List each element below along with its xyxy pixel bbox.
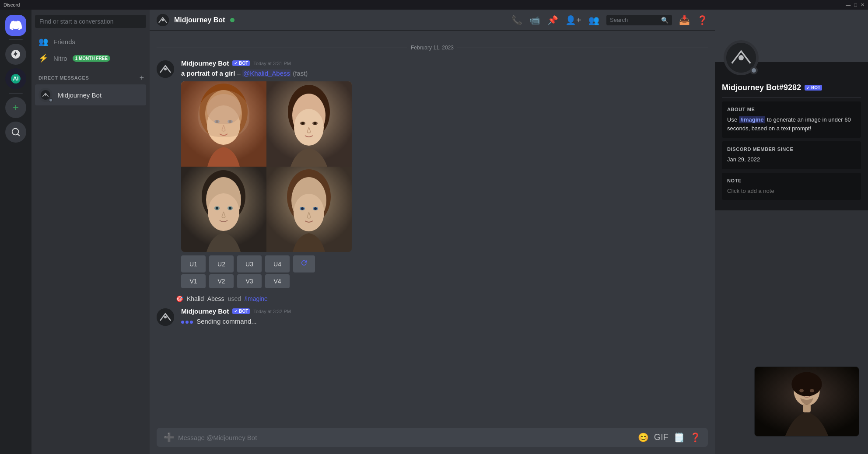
u2-button[interactable]: U2 [209, 255, 234, 272]
svg-point-4 [45, 94, 46, 95]
call-button[interactable]: 📞 [511, 15, 522, 25]
emoji-button[interactable]: 😊 [638, 432, 649, 443]
image-cell-3[interactable] [181, 167, 266, 252]
rail-divider [9, 39, 23, 40]
about-me-cmd: /imagine [739, 116, 766, 123]
svg-point-15 [216, 120, 218, 123]
discover-button[interactable] [5, 122, 26, 143]
note-title: NOTE [727, 178, 856, 183]
bot-badge: BOT [232, 60, 250, 66]
app-title: Discord [4, 2, 20, 7]
image-cell-2[interactable] [266, 81, 352, 167]
sending-dots [181, 321, 193, 324]
command-name: /imagine [245, 295, 268, 302]
chat-messages: February 11, 2023 Midjourney Bot BOT [150, 31, 715, 428]
u1-button[interactable]: U1 [181, 255, 206, 272]
profile-banner [715, 10, 868, 62]
sticker-button[interactable]: 🗒️ [674, 432, 685, 443]
gif-button[interactable]: GIF [654, 432, 668, 443]
minimize-btn[interactable]: — [846, 2, 850, 8]
svg-point-31 [216, 207, 218, 210]
svg-point-50 [810, 389, 814, 392]
video-button[interactable]: 📹 [529, 15, 540, 25]
chat-header: Midjourney Bot 📞 📹 📌 👤+ 👥 🔍 📥 ❓ [150, 10, 715, 31]
v1-button[interactable]: V1 [181, 274, 206, 288]
image-grid [181, 81, 352, 252]
v3-button[interactable]: V3 [237, 274, 262, 288]
message-author-2: Midjourney Bot [181, 307, 229, 315]
refresh-button[interactable] [293, 255, 315, 272]
profile-username: Midjourney Bot#9282 [722, 83, 801, 92]
message-avatar-2 [157, 308, 174, 326]
status-dot [49, 98, 53, 102]
discord-home-button[interactable] [5, 15, 26, 36]
friends-icon: 👥 [38, 37, 48, 46]
command-user: Khalid_Abess [187, 295, 224, 302]
window-controls[interactable]: — □ ✕ [846, 2, 864, 8]
dot-2 [186, 321, 189, 324]
profile-status-indicator [750, 66, 758, 74]
sidebar-item-friends[interactable]: 👥 Friends [32, 33, 150, 50]
search-bar-area[interactable] [32, 10, 150, 33]
close-btn[interactable]: ✕ [861, 2, 864, 8]
message-header: Midjourney Bot BOT Today at 3:31 PM [181, 59, 708, 67]
dm-item-midjourney-bot[interactable]: Midjourney Bot [35, 84, 146, 105]
svg-point-11 [205, 90, 242, 138]
message-text: a portrait of a girl – @Khalid_Abess (fa… [181, 69, 708, 78]
member-since-title: DISCORD MEMBER SINCE [727, 147, 856, 152]
online-indicator [230, 18, 234, 22]
user-command-line: 🎯 Khalid_Abess used /imagine [150, 293, 715, 304]
chat-message-input[interactable] [178, 429, 634, 447]
ai-button[interactable]: AI [5, 68, 26, 89]
profile-member-since-section: DISCORD MEMBER SINCE Jan 29, 2022 [722, 141, 861, 169]
chat-input-area: ➕ 😊 GIF 🗒️ ❓ [150, 428, 715, 454]
search-icon: 🔍 [661, 17, 668, 24]
new-dm-button[interactable]: + [137, 73, 146, 82]
video-face [755, 367, 859, 436]
explore-button[interactable] [5, 44, 26, 65]
profile-note-section[interactable]: NOTE [722, 173, 861, 200]
v2-button[interactable]: V2 [209, 274, 234, 288]
chat-search-wrap[interactable]: 🔍 [606, 15, 672, 25]
dot-1 [181, 321, 184, 324]
message-text-mention-pre: – [237, 70, 243, 77]
svg-rect-51 [803, 404, 811, 412]
chat-search-input[interactable] [610, 17, 658, 23]
nitro-label: Nitro [53, 55, 67, 62]
note-input[interactable] [727, 188, 856, 194]
help-button[interactable]: ❓ [697, 15, 708, 25]
friends-label: Friends [53, 38, 75, 45]
add-attachment-button[interactable]: ➕ [164, 432, 175, 443]
u3-button[interactable]: U3 [237, 255, 262, 272]
svg-point-10 [200, 84, 248, 140]
find-conversation-input[interactable] [39, 18, 142, 25]
upscale-buttons-row: U1 U2 U3 U4 [181, 255, 708, 272]
svg-point-8 [164, 68, 167, 70]
svg-point-44 [738, 55, 744, 60]
profile-divider-1 [722, 98, 861, 98]
v4-button[interactable]: V4 [265, 274, 290, 288]
direct-messages-section-header: DIRECT MESSAGES + [32, 66, 150, 84]
nitro-icon: ⚡ [38, 53, 48, 63]
pin-button[interactable]: 📌 [547, 15, 558, 25]
image-cell-4[interactable] [266, 167, 352, 252]
direct-messages-label: DIRECT MESSAGES [38, 75, 89, 80]
add-member-button[interactable]: 👤+ [565, 15, 581, 25]
fast-tag: (fast) [293, 70, 308, 77]
inbox-button[interactable]: 📥 [679, 15, 690, 25]
variation-buttons-row: V1 V2 V3 V4 [181, 274, 708, 288]
u4-button[interactable]: U4 [265, 255, 290, 272]
find-conversation-input-wrap[interactable] [35, 15, 146, 28]
add-server-button[interactable]: + [5, 97, 26, 118]
hide-members-button[interactable]: 👥 [588, 15, 599, 25]
maximize-btn[interactable]: □ [854, 2, 857, 8]
profile-bot-badge: BOT [805, 85, 822, 91]
image-cell-1[interactable] [181, 81, 266, 167]
about-me-text: Use /imagine to generate an image in und… [727, 115, 856, 133]
mention-khalid: @Khalid_Abess [242, 70, 291, 77]
message-author: Midjourney Bot [181, 59, 229, 67]
titlebar: Discord — □ ✕ [0, 0, 868, 10]
help-circle-button[interactable]: ❓ [690, 432, 701, 443]
sidebar-item-nitro[interactable]: ⚡ Nitro 1 MONTH FREE [32, 50, 150, 66]
chat-area: Midjourney Bot 📞 📹 📌 👤+ 👥 🔍 📥 ❓ [150, 10, 715, 454]
